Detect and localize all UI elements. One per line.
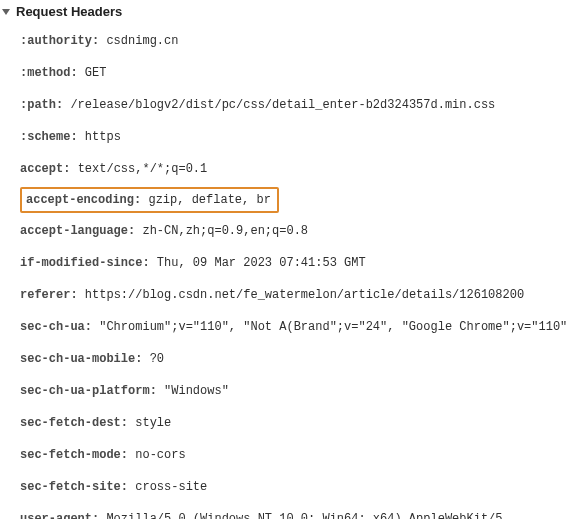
header-row-method: :method: GET bbox=[20, 57, 568, 89]
header-key: sec-ch-ua-platform bbox=[20, 384, 150, 398]
header-row-sec-ch-ua-mobile: sec-ch-ua-mobile: ?0 bbox=[20, 343, 568, 375]
header-value: "Windows" bbox=[164, 384, 229, 398]
header-key: accept bbox=[20, 162, 63, 176]
header-key: accept-language bbox=[20, 224, 128, 238]
header-row-sec-fetch-site: sec-fetch-site: cross-site bbox=[20, 471, 568, 503]
header-value: "Chromium";v="110", "Not A(Brand";v="24"… bbox=[99, 320, 567, 334]
header-row-user-agent: user-agent: Mozilla/5.0 (Windows NT 10.0… bbox=[20, 503, 568, 519]
header-key: :authority bbox=[20, 34, 92, 48]
colon: : bbox=[63, 162, 70, 176]
header-key: sec-fetch-dest bbox=[20, 416, 121, 430]
colon: : bbox=[121, 416, 128, 430]
header-row-accept-encoding: accept-encoding: gzip, deflate, br bbox=[20, 185, 568, 215]
header-row-sec-fetch-mode: sec-fetch-mode: no-cors bbox=[20, 439, 568, 471]
header-value: https bbox=[85, 130, 121, 144]
colon: : bbox=[128, 224, 135, 238]
header-key: referer bbox=[20, 288, 70, 302]
section-title: Request Headers bbox=[16, 4, 122, 19]
header-key: sec-ch-ua bbox=[20, 320, 85, 334]
header-row-referer: referer: https://blog.csdn.net/fe_waterm… bbox=[20, 279, 568, 311]
colon: : bbox=[92, 34, 99, 48]
header-key: :scheme bbox=[20, 130, 70, 144]
header-row-accept-language: accept-language: zh-CN,zh;q=0.9,en;q=0.8 bbox=[20, 215, 568, 247]
headers-list: :authority: csdnimg.cn :method: GET :pat… bbox=[0, 25, 574, 525]
chevron-down-icon bbox=[2, 9, 10, 15]
header-key: sec-fetch-site bbox=[20, 480, 121, 494]
highlight-box: accept-encoding: gzip, deflate, br bbox=[20, 187, 279, 213]
header-key: user-agent bbox=[20, 512, 92, 519]
header-value: https://blog.csdn.net/fe_watermelon/arti… bbox=[85, 288, 524, 302]
header-key: :method bbox=[20, 66, 70, 80]
header-row-sec-ch-ua-platform: sec-ch-ua-platform: "Windows" bbox=[20, 375, 568, 407]
header-value: csdnimg.cn bbox=[106, 34, 178, 48]
header-row-sec-fetch-dest: sec-fetch-dest: style bbox=[20, 407, 568, 439]
header-key: sec-ch-ua-mobile bbox=[20, 352, 135, 366]
colon: : bbox=[70, 130, 77, 144]
colon: : bbox=[70, 288, 77, 302]
header-row-accept: accept: text/css,*/*;q=0.1 bbox=[20, 153, 568, 185]
header-value: gzip, deflate, br bbox=[148, 193, 270, 207]
section-header[interactable]: Request Headers bbox=[0, 0, 574, 25]
colon: : bbox=[121, 480, 128, 494]
header-key: sec-fetch-mode bbox=[20, 448, 121, 462]
header-value: cross-site bbox=[135, 480, 207, 494]
header-row-authority: :authority: csdnimg.cn bbox=[20, 25, 568, 57]
header-value: text/css,*/*;q=0.1 bbox=[78, 162, 208, 176]
header-value: no-cors bbox=[135, 448, 185, 462]
colon: : bbox=[56, 98, 63, 112]
colon: : bbox=[142, 256, 149, 270]
colon: : bbox=[150, 384, 157, 398]
header-row-scheme: :scheme: https bbox=[20, 121, 568, 153]
header-key: accept-encoding bbox=[26, 193, 134, 207]
header-row-path: :path: /release/blogv2/dist/pc/css/detai… bbox=[20, 89, 568, 121]
header-row-sec-ch-ua: sec-ch-ua: "Chromium";v="110", "Not A(Br… bbox=[20, 311, 568, 343]
header-value: Mozilla/5.0 (Windows NT 10.0; Win64; x64… bbox=[106, 512, 502, 519]
header-key: if-modified-since bbox=[20, 256, 142, 270]
header-key: :path bbox=[20, 98, 56, 112]
header-row-if-modified-since: if-modified-since: Thu, 09 Mar 2023 07:4… bbox=[20, 247, 568, 279]
header-value: GET bbox=[85, 66, 107, 80]
colon: : bbox=[121, 448, 128, 462]
colon: : bbox=[134, 193, 141, 207]
colon: : bbox=[70, 66, 77, 80]
colon: : bbox=[135, 352, 142, 366]
header-value: zh-CN,zh;q=0.9,en;q=0.8 bbox=[142, 224, 308, 238]
colon: : bbox=[85, 320, 92, 334]
header-value: ?0 bbox=[150, 352, 164, 366]
header-value: /release/blogv2/dist/pc/css/detail_enter… bbox=[70, 98, 495, 112]
header-value: Thu, 09 Mar 2023 07:41:53 GMT bbox=[157, 256, 366, 270]
colon: : bbox=[92, 512, 99, 519]
header-value: style bbox=[135, 416, 171, 430]
